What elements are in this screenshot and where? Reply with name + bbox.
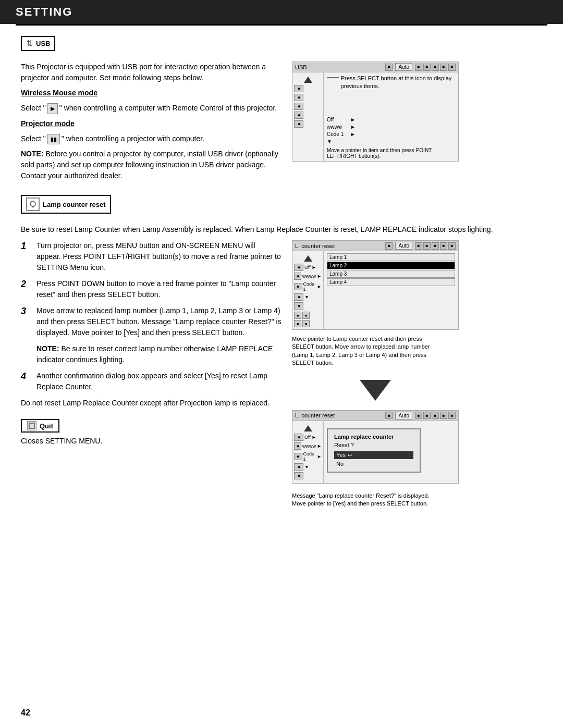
usb-panel-right: Press SELECT button at this icon to disp… bbox=[324, 72, 458, 161]
lamp-item-2[interactable]: Lamp 2 bbox=[327, 262, 455, 269]
quit-bar: Quit bbox=[21, 419, 59, 433]
callout-line-1 bbox=[327, 77, 339, 78]
quit-label: Quit bbox=[40, 422, 53, 430]
lbp-code-arrow: ► bbox=[317, 454, 322, 459]
lamp-top-panel-icons: ■ ■ ■ ■ ■ bbox=[415, 242, 456, 250]
usb-pi-4: ■ bbox=[440, 64, 447, 71]
usb-panel-header: USB ■ Auto ■ ■ ■ ■ ■ bbox=[292, 62, 458, 72]
lamp-counter-section: Lamp counter reset Be sure to reset Lamp… bbox=[21, 195, 542, 511]
step-3-text: Move arrow to replaced lamp number (Lamp… bbox=[36, 305, 282, 338]
lbp-off-arrow: ► bbox=[312, 435, 316, 440]
usb-icon-last: ◆ bbox=[294, 120, 303, 128]
lamp-top-grid-4: ■ bbox=[302, 320, 310, 327]
usb-panel-body: ◆ ◆ ◆ ◆ ◆ bbox=[292, 72, 458, 161]
usb-intro: This Projector is equipped with USB port… bbox=[21, 61, 282, 83]
lamp-top-panel-title: L. counter reset bbox=[295, 243, 383, 249]
svg-point-0 bbox=[30, 201, 35, 206]
usb-row-3: ◆ bbox=[294, 103, 322, 110]
lbp-icon-3: ◆ bbox=[294, 453, 302, 460]
lamp-top-left: ◆ Off ► ◆ wwww ► ◆ Code 1 bbox=[292, 251, 324, 329]
usb-icon-bar: ⇅ USB bbox=[21, 36, 55, 51]
lbp-row-1: ◆ Off ► bbox=[294, 434, 322, 441]
lamp-top-icon-row-2: ◆ wwww ► bbox=[294, 273, 322, 280]
lbp-icon-5: ◆ bbox=[294, 472, 303, 479]
usb-off-label: Off bbox=[327, 117, 350, 122]
lamp-bottom-panel-body: ◆ Off ► ◆ wwww ► ◆ Code 1 bbox=[292, 421, 458, 483]
lbp-row-2: ◆ wwww ► bbox=[294, 442, 322, 450]
usb-wwww-label: wwww bbox=[327, 124, 350, 130]
lamp-top-code-arrow: ► bbox=[317, 284, 322, 289]
step-2-text: Press POINT DOWN button to move a red fr… bbox=[36, 278, 282, 300]
lamp-top-panel-body: ◆ Off ► ◆ wwww ► ◆ Code 1 bbox=[292, 251, 458, 329]
usb-pi-1: ■ bbox=[415, 64, 422, 71]
lamp-item-3[interactable]: Lamp 3 bbox=[327, 270, 455, 278]
usb-panel-extra-row: ▼ bbox=[327, 139, 455, 144]
usb-section: ⇅ USB This Projector is equipped with US… bbox=[21, 36, 542, 186]
usb-pi-2: ■ bbox=[423, 64, 431, 71]
wireless-mouse-heading: Wireless Mouse mode bbox=[21, 88, 282, 98]
dialog-options: Yes ↩ No bbox=[334, 451, 413, 467]
lamp-top-grid-2: ■ bbox=[302, 312, 310, 319]
lbp-icon-4: ◆ bbox=[294, 463, 303, 471]
usb-code-arrow: ► bbox=[350, 131, 356, 137]
lamp-counter-icon bbox=[26, 198, 40, 211]
dialog-no-option[interactable]: No bbox=[334, 460, 413, 467]
lbp-row-5: ◆ bbox=[294, 472, 322, 479]
lamp-top-icon-row-5: ◆ bbox=[294, 302, 322, 310]
usb-wwww-arrow: ► bbox=[350, 124, 356, 130]
lbp-pi-3: ■ bbox=[432, 412, 439, 419]
usb-arrow-up bbox=[304, 77, 312, 83]
projector-mode-heading: Projector mode bbox=[21, 118, 282, 129]
ltp-pi-0: ■ bbox=[385, 242, 393, 250]
usb-panel-left: ◆ ◆ ◆ ◆ ◆ bbox=[292, 72, 324, 161]
lamp-top-icon-1: ◆ bbox=[294, 264, 303, 271]
step3-note: NOTE: Be sure to reset correct lamp numb… bbox=[36, 343, 282, 365]
page-number: 42 bbox=[21, 708, 30, 717]
lamp-top-grid-3: ■ bbox=[294, 320, 301, 327]
lamp-top-arrow-up bbox=[304, 255, 312, 262]
usb-panel-col: USB ■ Auto ■ ■ ■ ■ ■ bbox=[292, 61, 480, 186]
dialog-no-label: No bbox=[336, 461, 344, 467]
lamp-top-icon-5: ◆ bbox=[294, 302, 303, 310]
step-3: 3 Move arrow to replaced lamp number (La… bbox=[21, 305, 282, 338]
page-header: SETTING bbox=[0, 0, 563, 24]
lamp-steps-two-col: 1 Turn projector on, press MENU button a… bbox=[21, 240, 542, 511]
big-arrow-container bbox=[292, 375, 459, 406]
usb-code-label: Code 1 bbox=[327, 131, 350, 137]
usb-callout2-text: Move a pointer to item and then press PO… bbox=[327, 147, 455, 159]
quit-section: Quit Closes SETTING MENU. bbox=[21, 419, 282, 447]
usb-panel-auto-btn[interactable]: Auto bbox=[395, 63, 412, 71]
lamp-top-panel-auto[interactable]: Auto bbox=[395, 242, 412, 250]
lamp-bottom-panel-auto[interactable]: Auto bbox=[395, 412, 412, 419]
lamp-bottom-callout: Message "Lamp replace counter Reset?" is… bbox=[292, 492, 438, 508]
big-arrow-down-icon bbox=[360, 380, 391, 401]
usb-off-arrow: ► bbox=[350, 117, 356, 122]
lbp-wwww-arrow: ► bbox=[317, 443, 322, 449]
main-content: ⇅ USB This Projector is equipped with US… bbox=[0, 26, 563, 551]
lamp-top-icon-3: ◆ bbox=[294, 283, 302, 290]
usb-note: NOTE: Before you control a projector by … bbox=[21, 149, 282, 181]
lamp-replace-dialog: Lamp replace counter Reset ? Yes ↩ No bbox=[327, 428, 421, 473]
lbp-extra-arrow: ▼ bbox=[304, 464, 309, 470]
dialog-yes-label: Yes bbox=[336, 452, 346, 458]
lamp-item-4[interactable]: Lamp 4 bbox=[327, 278, 455, 286]
usb-icon-code: ◆ bbox=[294, 103, 303, 110]
usb-pi-3: ■ bbox=[432, 64, 439, 71]
step3-note-label: NOTE: bbox=[36, 344, 59, 353]
ltp-pi-2: ■ bbox=[423, 242, 431, 250]
ltp-pi-5: ■ bbox=[448, 242, 456, 250]
dialog-title: Lamp replace counter bbox=[334, 434, 413, 440]
lamp-top-off-arrow: ► bbox=[312, 265, 316, 270]
quit-text: Closes SETTING MENU. bbox=[21, 436, 282, 447]
usb-icon-extra: ◆ bbox=[294, 112, 303, 119]
lamp-svg-icon bbox=[29, 200, 37, 208]
lamp-item-1[interactable]: Lamp 1 bbox=[327, 253, 455, 261]
usb-extra-arrow: ▼ bbox=[327, 139, 332, 144]
dialog-yes-option[interactable]: Yes ↩ bbox=[334, 451, 413, 459]
step-3-num: 3 bbox=[21, 304, 30, 338]
usb-label: USB bbox=[36, 40, 50, 47]
lamp-panels-col: L. counter reset ■ Auto ■ ■ ■ ■ ■ bbox=[292, 240, 480, 511]
lamp-counter-bar: Lamp counter reset bbox=[21, 195, 111, 214]
lamp-top-wwww: wwww bbox=[302, 274, 316, 279]
page-title: SETTING bbox=[16, 5, 72, 19]
